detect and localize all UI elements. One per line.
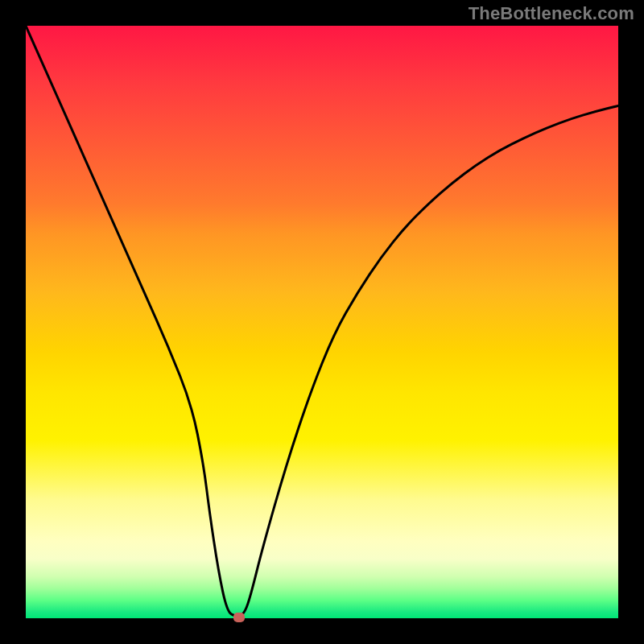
plot-area [26, 26, 618, 618]
chart-frame: TheBottleneck.com [0, 0, 644, 644]
watermark-text: TheBottleneck.com [469, 3, 634, 24]
optimal-point-marker [233, 613, 245, 622]
